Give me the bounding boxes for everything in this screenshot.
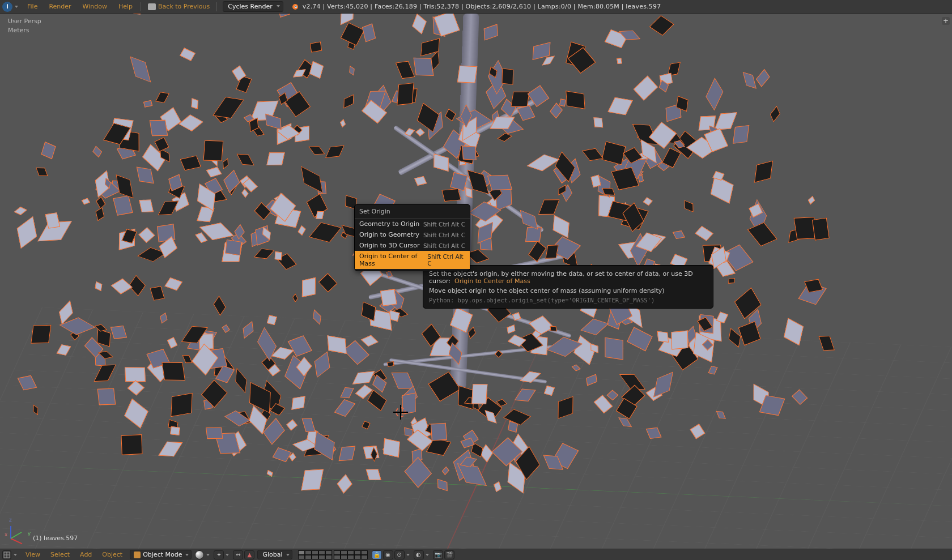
menu-add[interactable]: Add [75,551,97,558]
editor-type-dropdown-icon[interactable] [14,554,17,556]
leaf-plane [380,289,397,307]
leaf-plane [265,114,281,130]
leaf-plane [716,411,726,419]
leaf-plane [170,426,180,436]
leaf-plane [236,367,247,393]
tooltip-python: Python: bpy.ops.object.origin_set(type='… [429,297,707,303]
menu-view[interactable]: View [20,551,45,558]
transform-orientation-dropdown[interactable]: Global [257,550,292,559]
editor-type-dropdown-icon[interactable] [15,6,18,8]
tooltip-operator-name: Origin to Center of Mass [454,277,530,285]
proportional-edit-button[interactable]: ◐ [414,550,424,559]
leaf-plane [237,153,254,165]
leaf-plane [349,66,355,75]
leaf-plane [392,373,414,388]
leaf-plane [328,336,347,354]
menu-help[interactable]: Help [113,3,138,10]
editor-type-3dview-icon[interactable] [2,550,11,559]
snap-element-button[interactable]: ⊙ [394,550,405,559]
snap-toggle[interactable]: ◉ [383,550,393,559]
leaf-plane [755,69,770,87]
leaf-plane [503,409,531,425]
leaf-plane [111,279,133,294]
render-engine-dropdown[interactable]: Cycles Render [223,1,283,12]
leaf-plane [196,233,208,243]
lock-camera-to-view-button[interactable]: 🔒 [372,550,382,559]
leaf-plane [711,175,734,204]
leaf-plane [708,366,718,375]
view-perspective-label: User Persp [8,17,41,26]
leaf-plane [397,83,414,105]
leaf-plane [302,277,316,298]
screen-back-icon [148,3,156,10]
menu-item-origin-to-3d-cursor[interactable]: Origin to 3D CursorShift Ctrl Alt C [355,240,470,251]
leaf-plane [517,105,535,121]
leaf-plane [180,48,196,61]
pivot-point-button[interactable]: ✦ [214,550,224,559]
leaf-plane [17,216,37,249]
leaf-plane [605,337,623,360]
back-to-previous-button[interactable]: Back to Previous [143,3,214,10]
leaf-plane [465,187,473,199]
leaf-plane [449,343,462,365]
operator-tooltip: Set the object's origin, by either movin… [423,265,713,309]
leaf-plane [253,248,274,259]
leaf-plane [139,200,154,212]
leaf-plane [520,210,538,229]
leaf-plane [242,189,249,198]
menu-file[interactable]: File [22,3,43,10]
leaf-plane [414,58,434,76]
render-animation-button[interactable]: 🎬 [444,550,454,559]
leaf-plane [653,372,673,397]
properties-panel-toggle[interactable]: + [942,17,950,25]
render-preview-button[interactable]: 📷 [433,550,443,559]
leaf-plane [337,474,352,494]
leaf-plane [546,245,559,259]
leaf-plane [222,324,230,333]
leaf-plane [125,398,149,428]
leaf-plane [267,152,285,165]
menu-item-origin-to-geometry[interactable]: Origin to GeometryShift Ctrl Alt C [355,229,470,240]
manipulator-translate-icon[interactable]: ▲ [244,550,254,559]
menu-window[interactable]: Window [77,3,113,10]
editor-type-info-icon[interactable]: i [2,2,12,12]
leaf-plane [272,448,291,463]
menu-title: Set Origin [355,204,470,219]
menu-render[interactable]: Render [43,3,76,10]
leaf-plane [627,327,653,352]
leaf-plane [325,146,345,158]
leaf-plane [121,434,142,455]
object-mode-icon [134,552,141,558]
menu-item-origin-to-center-of-mass[interactable]: Origin to Center of MassShift Ctrl Alt C [355,251,470,269]
scene-stats: v2.74 | Verts:45,020 | Faces:26,189 | Tr… [303,3,661,10]
menu-select[interactable]: Select [45,551,75,558]
leaf-plane [728,277,735,284]
leaf-plane [178,114,203,131]
leaf-plane [203,140,224,161]
leaf-plane [14,207,28,215]
leaf-plane [362,23,376,42]
leaf-plane [471,384,488,404]
leaf-plane [747,222,777,246]
leaf-plane [18,375,37,390]
viewport-shading-button[interactable] [195,550,204,559]
leaf-plane [566,91,585,109]
leaf-plane [494,481,502,492]
shading-dropdown-icon[interactable] [206,554,210,556]
leaf-plane [520,371,541,383]
leaf-plane [544,386,555,396]
proportional-dropdown-icon[interactable] [426,554,429,556]
menu-object[interactable]: Object [97,551,128,558]
pivot-dropdown-icon[interactable] [226,554,229,556]
manipulator-toggle[interactable]: ↔ [233,550,243,559]
layers-widget[interactable] [298,550,368,559]
mode-dropdown[interactable]: Object Mode [130,550,192,559]
leaf-plane [160,313,167,324]
leaf-plane [558,396,573,419]
leaf-plane [414,176,427,186]
leaf-plane [684,200,693,212]
leaf-plane [415,128,424,136]
snap-dropdown-icon[interactable] [406,554,410,556]
viewport-overlay: User Persp Meters [8,17,41,35]
menu-item-geometry-to-origin[interactable]: Geometry to OriginShift Ctrl Alt C [355,219,470,229]
